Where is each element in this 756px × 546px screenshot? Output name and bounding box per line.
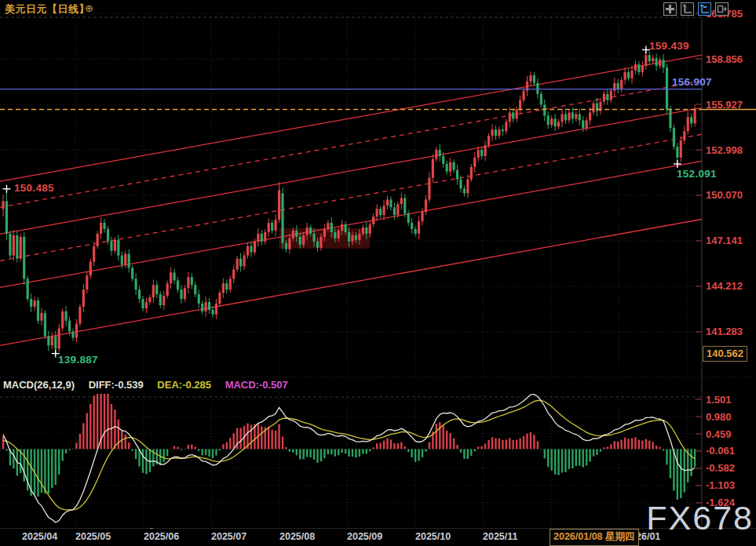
macd-dea-value: DEA:-0.285 xyxy=(157,379,211,391)
axis-marker-icon[interactable] xyxy=(698,2,711,16)
pan-icon[interactable] xyxy=(663,2,677,16)
price-tick-label: 158.856 xyxy=(706,53,743,65)
price-label-jan-low: 152.091 xyxy=(677,168,717,180)
price-tick-label: 150.070 xyxy=(706,189,743,201)
macd-tick-label: 0.980 xyxy=(706,411,732,423)
anchor-cross-marker[interactable] xyxy=(674,160,681,168)
pane-expand-icon[interactable] xyxy=(715,2,729,16)
candlestick-chart-canvas[interactable]: 161.785158.856155.927152.998150.070147.1… xyxy=(0,0,756,546)
macd-tick-label: 0.459 xyxy=(706,428,732,440)
month-label: 2025/08 xyxy=(279,531,315,542)
price-tick-label: 155.927 xyxy=(706,99,743,111)
trading-chart-app: 美元日元【日线】 ⊕ 161.785158.856155.927152.9981… xyxy=(0,0,756,546)
macd-indicator-name: MACD(26,12,9) xyxy=(3,379,75,391)
chart-toolbar xyxy=(663,2,729,16)
month-label: 2025/09 xyxy=(347,531,382,542)
crosshair-date-label: 2026/01/08 星期四 xyxy=(550,529,639,546)
macd-tick-label: -0.582 xyxy=(706,462,735,474)
date-axis: 2026/01/08 星期四 26/01 2025/042025/052025/… xyxy=(0,529,756,546)
macd-tick-label: -1.103 xyxy=(706,479,735,491)
anchor-cross-marker[interactable] xyxy=(2,185,10,193)
macd-tick-label: -0.061 xyxy=(706,445,735,457)
month-label: 2025/10 xyxy=(415,531,451,542)
month-label: 2025/11 xyxy=(483,531,518,542)
watermark-logo: FX678 xyxy=(646,499,754,537)
price-tick-label: 144.212 xyxy=(706,280,743,292)
price-tick-label: 147.141 xyxy=(706,235,743,246)
month-label: 2025/07 xyxy=(211,531,247,542)
macd-legend: MACD(26,12,9) DIFF:-0.539 DEA:-0.285 MAC… xyxy=(3,379,299,391)
price-tick-label: 141.283 xyxy=(706,326,743,337)
macd-macd-value: MACD:-0.507 xyxy=(225,379,288,391)
month-label: 2025/05 xyxy=(75,531,111,542)
candles xyxy=(2,49,696,353)
macd-tick-label: 1.501 xyxy=(706,394,732,406)
price-tick-label: 152.998 xyxy=(706,144,743,156)
chart-title: 美元日元【日线】 xyxy=(5,2,89,16)
price-label-apr-high: 150.485 xyxy=(14,182,54,194)
channel-lines xyxy=(0,55,702,345)
price-label-apr-low: 139.887 xyxy=(58,354,98,366)
month-label: 2025/04 xyxy=(22,531,57,542)
month-label: 2025/06 xyxy=(144,531,179,542)
price-label-jan-high: 159.439 xyxy=(649,40,689,52)
macd-diff-value: DIFF:-0.539 xyxy=(89,379,144,391)
axis-boxed-price-label: 140.562 xyxy=(703,346,747,362)
axis-scale-icon[interactable] xyxy=(681,2,694,16)
add-indicator-icon[interactable]: ⊕ xyxy=(85,2,93,14)
price-label-blue-level: 156.907 xyxy=(672,76,712,88)
